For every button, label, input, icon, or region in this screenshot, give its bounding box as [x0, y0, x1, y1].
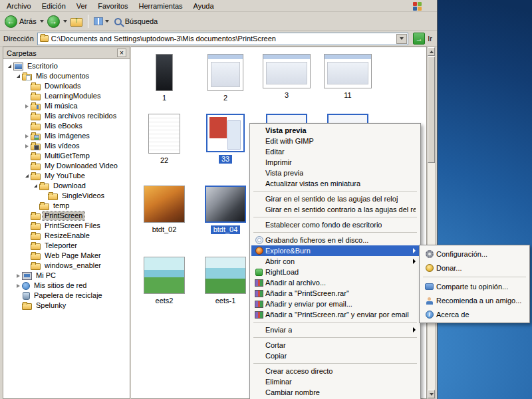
context-menu-item-vista-previa[interactable]: Vista previa [251, 168, 419, 178]
context-menu-item-establecer-como-fondo-de-escritorio[interactable]: Establecer como fondo de escritorio [251, 219, 419, 230]
tree-expander-icon[interactable] [15, 284, 21, 288]
context-menu-item-añadir-y-enviar-por-email[interactable]: Añadir y enviar por email... [251, 299, 419, 309]
thumbnail-image[interactable] [206, 114, 245, 152]
tree-item-teleporter[interactable]: Teleporter [3, 241, 130, 251]
tree-expander-icon[interactable] [23, 174, 30, 178]
tree-expander-icon[interactable] [15, 74, 21, 78]
context-menu-item-abrir-con[interactable]: Abrir con [251, 256, 419, 267]
tree-item-mis-imágenes[interactable]: Mis imágenes [3, 131, 130, 141]
menubar-item-edición[interactable]: Edición [37, 1, 71, 11]
tree-item-mis-ebooks[interactable]: Mis eBooks [3, 121, 130, 131]
context-menu-item-grabando-ficheros-en-el-disco[interactable]: Grabando ficheros en el disco... [251, 235, 419, 245]
tree-item-my-youtube[interactable]: My YouTube [3, 171, 130, 181]
thumbnail-image[interactable] [263, 54, 311, 88]
thumbnail-image[interactable] [324, 54, 372, 88]
submenu-item-donar[interactable]: Donar... [421, 261, 528, 275]
tree-item-mi-música[interactable]: Mi música [3, 101, 130, 111]
tree-item-mi-pc[interactable]: Mi PC [3, 271, 130, 281]
menubar-item-favoritos[interactable]: Favoritos [92, 1, 133, 11]
thumbnail-image[interactable] [205, 257, 246, 294]
context-menu-item-imprimir[interactable]: Imprimir [251, 157, 419, 168]
tree-item-temp[interactable]: temp [3, 201, 130, 211]
file-thumbnail-eets2[interactable]: eets2 [135, 257, 194, 305]
back-dropdown-caret-icon[interactable] [40, 20, 44, 23]
context-menu-item-cortar[interactable]: Cortar [251, 340, 419, 350]
thumbnail-image[interactable] [148, 114, 180, 154]
go-button[interactable]: → Ir [412, 33, 434, 45]
file-thumbnail-btdt-04[interactable]: btdt_04 [196, 186, 255, 234]
scroll-thumb[interactable] [428, 57, 435, 163]
tree-expander-icon[interactable] [23, 134, 30, 138]
tree-item-resizeenable[interactable]: ResizeEnable [3, 231, 130, 241]
search-button[interactable]: Búsqueda [112, 16, 160, 27]
address-input[interactable]: C:\Documents and Settings\uptodown-3\Mis… [37, 33, 408, 45]
vertical-scrollbar[interactable] [427, 47, 436, 399]
scroll-up-button[interactable] [428, 47, 435, 56]
menubar-item-herramientas[interactable]: Herramientas [134, 1, 188, 11]
thumbnail-image[interactable] [207, 54, 243, 91]
tree-item-mis-documentos[interactable]: Mis documentos [3, 71, 130, 81]
context-menu-item-girar-en-el-sentido-de-las-agujas-del-reloj[interactable]: Girar en el sentido de las agujas del re… [251, 194, 419, 204]
submenu-item-configuración[interactable]: Configuración... [421, 247, 528, 261]
views-button[interactable] [92, 16, 111, 27]
context-menu-item-eliminar[interactable]: Eliminar [251, 376, 419, 387]
forward-dropdown-caret-icon[interactable] [63, 20, 67, 23]
tree-item-windows-enabler[interactable]: windows_enabler [3, 261, 130, 271]
file-thumbnail-22[interactable]: 22 [135, 114, 194, 165]
tree-item-spelunky[interactable]: Spelunky [3, 301, 130, 311]
context-menu-item-edit-with-gimp[interactable]: Edit with GIMP [251, 136, 419, 146]
tree-item-singlevideos[interactable]: SingleVideos [3, 191, 130, 201]
tree-expander-icon[interactable] [23, 104, 30, 108]
context-menu-item-copiar[interactable]: Copiar [251, 350, 419, 361]
context-menu-item-añadir-al-archivo[interactable]: Añadir al archivo... [251, 277, 419, 288]
tree-item-mis-vídeos[interactable]: Mis vídeos [3, 141, 130, 151]
thumbnail-image[interactable] [144, 257, 185, 294]
context-menu-item-enviar-a[interactable]: Enviar a [251, 325, 419, 335]
tree-item-mis-sitios-de-red[interactable]: Mis sitios de red [3, 281, 130, 291]
file-thumbnail-eets-1[interactable]: eets-1 [196, 257, 255, 305]
tree-item-mis-archivos-recibidos[interactable]: Mis archivos recibidos [3, 111, 130, 121]
tree-expander-icon[interactable] [6, 65, 13, 68]
context-menu-item-editar[interactable]: Editar [251, 146, 419, 157]
submenu-item-comparte-tu-opinión[interactable]: Comparte tu opinión... [421, 279, 528, 293]
folders-pane-close-button[interactable]: × [117, 49, 126, 57]
tree-item-web-page-maker[interactable]: Web Page Maker [3, 251, 130, 261]
back-button[interactable]: ← Atrás [3, 14, 39, 29]
tree-item-printscreen[interactable]: PrintScreen [3, 211, 130, 221]
context-menu-item-vista-previa[interactable]: Vista previa [251, 125, 419, 136]
context-menu-item-añadir-a-printscreen-rar[interactable]: Añadir a "PrintScreen.rar" [251, 288, 419, 299]
tree-item-multigettemp[interactable]: MultiGetTemp [3, 151, 130, 161]
file-thumbnail-11[interactable]: 11 [319, 54, 377, 100]
menubar-item-ver[interactable]: Ver [71, 1, 93, 11]
thumbnail-image[interactable] [205, 186, 246, 223]
context-menu-item-actualizar-vistas-en-miniatura[interactable]: Actualizar vistas en miniatura [251, 178, 419, 189]
tree-item-papelera-de-reciclaje[interactable]: Papelera de reciclaje [3, 291, 130, 301]
context-menu-item-añadir-a-printscreen-rar-y-enviar-por-email[interactable]: Añadir a "PrintScreen.rar" y enviar por … [251, 309, 419, 320]
menubar-item-archivo[interactable]: Archivo [1, 1, 37, 11]
file-thumbnail-btdt-02[interactable]: btdt_02 [135, 186, 194, 234]
tree-item-downloads[interactable]: Downloads [3, 81, 130, 91]
scroll-down-button[interactable] [428, 390, 435, 398]
submenu-item-recomienda-a-un-amigo[interactable]: Recomienda a un amigo... [421, 293, 528, 307]
tree-item-escritorio[interactable]: Escritorio [3, 61, 130, 71]
context-menu-item-crear-acceso-directo[interactable]: Crear acceso directo [251, 366, 419, 376]
file-thumbnail-3[interactable]: 3 [257, 54, 316, 100]
address-dropdown-button[interactable] [396, 34, 407, 44]
thumbnail-image[interactable] [156, 54, 173, 91]
context-menu-item-girar-en-el-sentido-contrario-a-las-agujas-del-reloj[interactable]: Girar en el sentido contrario a las aguj… [251, 204, 419, 215]
up-button[interactable] [68, 15, 84, 28]
submenu-item-acerca-de[interactable]: Acerca de [421, 307, 528, 321]
file-thumbnail-2[interactable]: 2 [196, 54, 255, 102]
tree-item-download[interactable]: Download [3, 181, 130, 191]
tree-item-printscreen-files[interactable]: PrintScreen Files [3, 221, 130, 231]
context-menu-item-explore-burn[interactable]: Explore&Burn [251, 245, 419, 256]
tree-expander-icon[interactable] [23, 144, 30, 148]
thumbnail-image[interactable] [144, 186, 185, 223]
tree-expander-icon[interactable] [15, 274, 21, 278]
file-thumbnail-33[interactable]: 33 [196, 114, 255, 164]
tree-item-my-downloaded-video[interactable]: My Downloaded Video [3, 161, 130, 171]
tree-item-learningmodules[interactable]: LearningModules [3, 91, 130, 101]
menubar-item-ayuda[interactable]: Ayuda [188, 1, 219, 11]
context-menu-item-cambiar-nombre[interactable]: Cambiar nombre [251, 387, 419, 398]
forward-button[interactable]: → [45, 14, 62, 29]
